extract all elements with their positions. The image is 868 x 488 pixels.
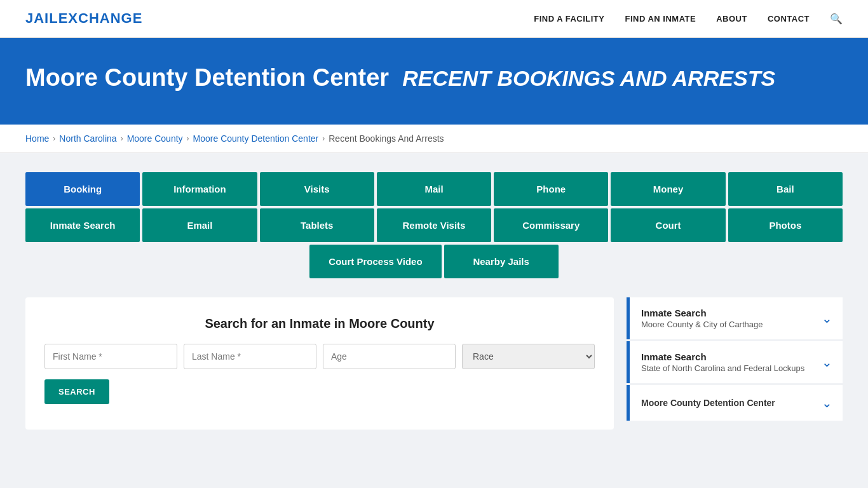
breadcrumb-nc[interactable]: North Carolina: [59, 133, 116, 144]
logo-exchange: EXCHANGE: [58, 10, 143, 26]
sidebar-item-title-1: Inmate Search: [641, 308, 763, 318]
tab-remote-visits[interactable]: Remote Visits: [377, 208, 491, 242]
tab-money[interactable]: Money: [611, 172, 725, 206]
sidebar-inmate-search-2[interactable]: Inmate Search State of North Carolina an…: [627, 341, 843, 383]
breadcrumb-sep-4: ›: [322, 134, 325, 143]
age-input[interactable]: [323, 344, 456, 369]
search-inputs-row: Race White Black Hispanic Asian Other: [44, 344, 595, 369]
tab-bail[interactable]: Bail: [728, 172, 843, 206]
logo-jail: JAIL: [25, 10, 58, 26]
search-button[interactable]: SEARCH: [44, 379, 109, 404]
nav-about[interactable]: ABOUT: [716, 14, 747, 24]
sidebar-item-sub-1: Moore County & City of Carthage: [641, 320, 763, 329]
tabs-row3: Court Process Video Nearby Jails: [25, 245, 843, 278]
tabs-row2: Inmate Search Email Tablets Remote Visit…: [25, 208, 843, 242]
tab-nearby-jails[interactable]: Nearby Jails: [444, 245, 559, 278]
hero-banner: Moore County Detention Center RECENT BOO…: [0, 38, 868, 125]
nav-find-inmate[interactable]: FIND AN INMATE: [625, 14, 696, 24]
sidebar-detention-center[interactable]: Moore County Detention Center ⌄: [627, 385, 843, 421]
lower-section: Search for an Inmate in Moore County Rac…: [25, 297, 843, 430]
breadcrumb-sep-3: ›: [187, 134, 189, 143]
nav-contact[interactable]: CONTACT: [768, 14, 810, 24]
chevron-down-icon-3: ⌄: [822, 395, 832, 410]
tab-photos[interactable]: Photos: [728, 208, 843, 242]
sidebar: Inmate Search Moore County & City of Car…: [627, 297, 843, 423]
tab-court[interactable]: Court: [611, 208, 725, 242]
search-form: Search for an Inmate in Moore County Rac…: [25, 297, 614, 430]
breadcrumb-home[interactable]: Home: [25, 133, 49, 144]
breadcrumb-mcdc[interactable]: Moore County Detention Center: [193, 133, 319, 144]
breadcrumb-moore-county[interactable]: Moore County: [127, 133, 183, 144]
tab-phone[interactable]: Phone: [494, 172, 608, 206]
sidebar-item-title-2: Inmate Search: [641, 351, 804, 362]
breadcrumb-sep-1: ›: [53, 134, 55, 143]
logo[interactable]: JAILEXCHANGE: [25, 10, 142, 27]
tab-booking[interactable]: Booking: [25, 172, 140, 206]
breadcrumb: Home › North Carolina › Moore County › M…: [0, 125, 868, 153]
breadcrumb-current: Recent Bookings And Arrests: [329, 133, 444, 144]
main-nav: FIND A FACILITY FIND AN INMATE ABOUT CON…: [534, 13, 843, 25]
tab-visits[interactable]: Visits: [260, 172, 374, 206]
chevron-down-icon-1: ⌄: [822, 311, 832, 326]
sidebar-inmate-search-1[interactable]: Inmate Search Moore County & City of Car…: [627, 297, 843, 339]
last-name-input[interactable]: [184, 344, 316, 369]
tab-email[interactable]: Email: [142, 208, 257, 242]
breadcrumb-sep-2: ›: [121, 134, 123, 143]
page-title: Moore County Detention Center RECENT BOO…: [25, 64, 843, 93]
chevron-down-icon-2: ⌄: [822, 355, 832, 370]
nav-find-facility[interactable]: FIND A FACILITY: [534, 14, 604, 24]
sidebar-item-sub-2: State of North Carolina and Federal Lock…: [641, 363, 804, 373]
race-select[interactable]: Race White Black Hispanic Asian Other: [462, 344, 595, 369]
tabs-row1: Booking Information Visits Mail Phone Mo…: [25, 172, 843, 206]
tab-inmate-search[interactable]: Inmate Search: [25, 208, 140, 242]
tab-information[interactable]: Information: [142, 172, 257, 206]
tab-commissary[interactable]: Commissary: [494, 208, 608, 242]
tab-court-process-video[interactable]: Court Process Video: [309, 245, 441, 278]
first-name-input[interactable]: [44, 344, 177, 369]
search-icon[interactable]: 🔍: [830, 13, 843, 25]
main-content: Booking Information Visits Mail Phone Mo…: [0, 153, 868, 449]
sidebar-item-plain-label: Moore County Detention Center: [641, 398, 775, 408]
search-form-title: Search for an Inmate in Moore County: [44, 316, 595, 331]
tab-tablets[interactable]: Tablets: [260, 208, 374, 242]
tab-mail[interactable]: Mail: [377, 172, 491, 206]
header: JAILEXCHANGE FIND A FACILITY FIND AN INM…: [0, 0, 868, 38]
